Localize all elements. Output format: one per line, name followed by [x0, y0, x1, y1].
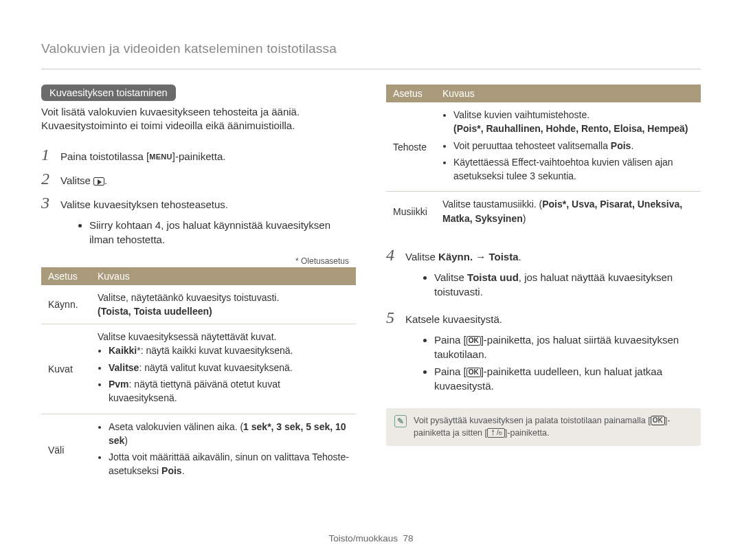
- list-item: Valitse: näytä valitut kuvat kuvaesityks…: [109, 361, 349, 374]
- list-item: Kaikki*: näytä kaikki kuvat kuvaesitykse…: [109, 344, 349, 357]
- step-number: 4: [386, 246, 398, 265]
- list-item: Paina [OK]-painiketta, jos haluat siirtä…: [434, 333, 701, 361]
- footer-page-number: 78: [403, 533, 414, 544]
- table-row: Väli Aseta valokuvien välinen aika. (1 s…: [41, 414, 356, 486]
- intro-line-1: Voit lisätä valokuvien kuvaesitykseen te…: [41, 106, 300, 117]
- ok-key-icon: OK: [651, 416, 665, 425]
- table-header: Kuvaus: [91, 267, 356, 285]
- list-item: Paina [OK]-painiketta uudelleen, kun hal…: [434, 364, 701, 393]
- step-number: 3: [41, 194, 54, 212]
- footer-section: Toisto/muokkaus: [328, 533, 398, 544]
- page-footer: Toisto/muokkaus 78: [0, 533, 742, 544]
- step-2: 2 Valitse .: [41, 170, 356, 188]
- step-text: Valitse kuvaesityksen tehosteasetus.: [60, 197, 228, 212]
- flash-timer-key-icon: ⭡/↻: [487, 428, 505, 438]
- step-3: 3 Valitse kuvaesityksen tehosteasetus.: [41, 194, 356, 212]
- step-number: 2: [41, 170, 54, 188]
- setting-desc: Valitse, näytetäänkö kuvaesitys toistuva…: [91, 285, 356, 324]
- table-row: Käynn. Valitse, näytetäänkö kuvaesitys t…: [41, 285, 356, 324]
- step-4: 4 Valitse Käynn. → Toista.: [386, 246, 701, 265]
- table-row: Kuvat Valitse kuvaesityksessä näytettävä…: [41, 324, 356, 414]
- list-item: Siirry kohtaan 4, jos haluat käynnistää …: [89, 218, 356, 247]
- note-icon: ✎: [394, 415, 407, 427]
- intro-text: Voit lisätä valokuvien kuvaesitykseen te…: [41, 105, 356, 133]
- list-item: Aseta valokuvien välinen aika. (1 sek*, …: [109, 420, 349, 448]
- setting-name: Tehoste: [386, 102, 436, 192]
- table-row: Tehoste Valitse kuvien vaihtumistehoste.…: [386, 102, 701, 192]
- step-5-sub: Paina [OK]-painiketta, jos haluat siirtä…: [407, 333, 701, 393]
- ok-key-icon: OK: [466, 368, 481, 377]
- setting-desc: Aseta valokuvien välinen aika. (1 sek*, …: [91, 414, 356, 486]
- default-note: * Oletusasetus: [41, 256, 349, 266]
- left-column: Kuvaesityksen toistaminen Voit lisätä va…: [41, 85, 356, 486]
- table-header: Kuvaus: [436, 85, 701, 102]
- setting-desc: Valitse taustamusiikki. (Pois*, Usva, Pi…: [436, 192, 701, 231]
- setting-name: Musiikki: [386, 192, 436, 231]
- step-text: Valitse .: [60, 173, 107, 188]
- step-text: Valitse Käynn. → Toista.: [405, 249, 521, 264]
- step-5: 5 Katsele kuvaesitystä.: [386, 309, 701, 327]
- list-item: Voit peruuttaa tehosteet valitsemalla Po…: [453, 139, 694, 153]
- list-item: Pvm: näytä tiettynä päivänä otetut kuvat…: [109, 377, 349, 405]
- step-1: 1 Paina toistotilassa [MENU]-painiketta.: [41, 146, 356, 164]
- list-item: Valitse kuvien vaihtumistehoste. (Pois*,…: [453, 108, 694, 136]
- table-row: Musiikki Valitse taustamusiikki. (Pois*,…: [386, 192, 701, 231]
- settings-table-right: Asetus Kuvaus Tehoste Valitse kuvien vai…: [386, 85, 701, 231]
- step-number: 5: [386, 309, 398, 327]
- page-header: Valokuvien ja videoiden katseleminen toi…: [41, 41, 701, 56]
- step-4-sub: Valitse Toista uud, jos haluat näyttää k…: [407, 270, 701, 299]
- list-item: Jotta voit määrittää aikavälin, sinun on…: [109, 450, 349, 478]
- settings-table-left: Asetus Kuvaus Käynn. Valitse, näytetäänk…: [41, 267, 356, 486]
- step-text: Katsele kuvaesitystä.: [405, 312, 502, 326]
- list-item: Käytettäessä Effect-vaihtoehtoa kuvien v…: [453, 155, 694, 183]
- header-divider: [41, 69, 701, 69]
- table-header: Asetus: [386, 85, 436, 102]
- note-text: Voit pysäyttää kuvaesityksen ja palata t…: [414, 415, 693, 439]
- setting-name: Kuvat: [41, 324, 91, 414]
- step-text: Paina toistotilassa [MENU]-painiketta.: [60, 149, 225, 164]
- section-title-pill: Kuvaesityksen toistaminen: [41, 85, 176, 101]
- ok-key-icon: OK: [466, 336, 481, 346]
- setting-name: Käynn.: [41, 285, 91, 324]
- step-number: 1: [41, 146, 54, 164]
- list-item: Valitse Toista uud, jos haluat näyttää k…: [434, 270, 701, 299]
- setting-desc: Valitse kuvaesityksessä näytettävät kuva…: [91, 324, 356, 414]
- content-columns: Kuvaesityksen toistaminen Voit lisätä va…: [41, 85, 701, 486]
- setting-desc: Valitse kuvien vaihtumistehoste. (Pois*,…: [436, 102, 701, 192]
- right-column: Asetus Kuvaus Tehoste Valitse kuvien vai…: [386, 85, 701, 486]
- step-3-sub: Siirry kohtaan 4, jos haluat käynnistää …: [62, 218, 356, 247]
- intro-line-2: Kuvaesitystoiminto ei toimi videoilla ei…: [41, 120, 295, 131]
- note-box: ✎ Voit pysäyttää kuvaesityksen ja palata…: [386, 408, 701, 446]
- table-header: Asetus: [41, 267, 91, 285]
- menu-key: MENU: [149, 152, 172, 162]
- setting-name: Väli: [41, 414, 91, 486]
- play-icon: [93, 177, 104, 186]
